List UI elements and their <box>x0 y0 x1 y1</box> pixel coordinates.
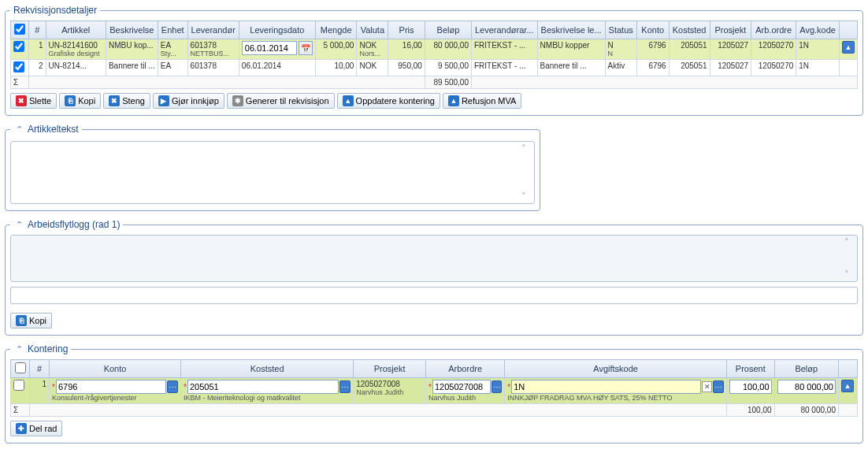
kopi-button[interactable]: ⎘Kopi <box>59 93 101 109</box>
col-leverandor[interactable]: Leverandør <box>187 21 239 39</box>
select-all-checkbox[interactable] <box>15 362 26 373</box>
col-beskrivelse-le[interactable]: Beskrivelse le... <box>537 21 605 39</box>
col-num[interactable]: # <box>30 360 50 378</box>
scroll-up-icon[interactable]: ˄ <box>844 237 855 247</box>
col-status[interactable]: Status <box>605 21 636 39</box>
rekv-toolbar: ✖Slette ⎘Kopi ✖Steng ▶Gjør innkjøp ✱Gene… <box>10 93 858 109</box>
col-arbordre[interactable]: Arbordre <box>426 360 505 378</box>
lookup-icon[interactable]: ⋯ <box>491 380 502 393</box>
kontering-row[interactable]: 1 *⋯ Konsulent-/rågivertjenester *⋯ IKBM… <box>11 378 858 404</box>
lookup-icon[interactable]: ⋯ <box>339 380 351 393</box>
col-arbordre[interactable]: Arb.ordre <box>751 21 796 39</box>
col-koststed[interactable]: Koststed <box>181 360 354 378</box>
slette-button[interactable]: ✖Slette <box>10 93 57 109</box>
row-checkbox[interactable] <box>13 41 24 52</box>
kontering-sum-row: Σ 100,00 80 000,00 <box>11 404 858 417</box>
logg-kopi-button[interactable]: ⎘Kopi <box>10 313 52 328</box>
rekvisisjonsdetaljer-panel: Rekvisisjonsdetaljer # Artikkel Beskrive… <box>5 5 863 116</box>
section-title: Arbeidsflytlogg (rad 1) <box>28 219 120 230</box>
scroll-down-icon[interactable]: ˅ <box>521 191 532 202</box>
table-row[interactable]: 1 UN-82141600Grafiske designt NMBU kop..… <box>11 39 858 60</box>
select-all-checkbox[interactable] <box>14 24 25 35</box>
cell-konto: 6796 <box>636 60 669 76</box>
col-leverandorar[interactable]: Leverandørar... <box>471 21 537 39</box>
section-title: Rekvisisjonsdetaljer <box>13 5 97 16</box>
cell-koststed: 205051 <box>669 39 710 60</box>
cell-leveringsdato: 06.01.2014 <box>239 60 315 76</box>
belop-input[interactable] <box>777 380 836 394</box>
generer-button[interactable]: ✱Generer til rekvisisjon <box>227 93 335 109</box>
prosjekt-value: 1205027008 <box>356 380 400 388</box>
col-valuta[interactable]: Valuta <box>357 21 388 39</box>
scroll-down-icon[interactable]: ˅ <box>844 269 855 280</box>
copy-icon: ⎘ <box>16 315 27 326</box>
scroll-up-icon[interactable]: ˄ <box>521 143 532 154</box>
col-avgkode[interactable]: Avg.kode <box>796 21 840 39</box>
prosjekt-desc: Narvhus Judith <box>356 388 423 396</box>
col-prosjekt[interactable]: Prosjekt <box>710 21 751 39</box>
arbordre-cell: *⋯ Narvhus Judith <box>426 378 505 404</box>
row-checkbox[interactable] <box>13 380 24 391</box>
log-viewer[interactable]: ˄˅ <box>10 235 858 282</box>
col-artikkel[interactable]: Artikkel <box>46 21 106 39</box>
col-belop[interactable]: Beløp <box>774 360 838 378</box>
arbordre-input[interactable] <box>432 380 491 394</box>
clear-icon[interactable]: ✕ <box>702 381 712 392</box>
lookup-icon[interactable]: ⋯ <box>167 380 178 393</box>
sum-belop: 80 000,00 <box>774 404 838 417</box>
col-leveringsdato[interactable]: Leveringsdato <box>239 21 315 39</box>
koststed-desc: IKBM - Meieriteknologi og matkvalitet <box>184 394 351 402</box>
arbordre-desc: Narvhus Judith <box>428 394 502 402</box>
update-icon: ▲ <box>343 95 354 106</box>
cell-beskrivelse-le: Bannere til ... <box>537 60 605 76</box>
prosjekt-cell: 1205027008 Narvhus Judith <box>354 378 426 404</box>
cell-status: NN <box>605 39 636 60</box>
konto-input[interactable] <box>56 380 166 394</box>
collapse-icon[interactable]: ⌃ <box>13 343 24 354</box>
col-enhet[interactable]: Enhet <box>158 21 187 39</box>
row-checkbox[interactable] <box>13 61 24 72</box>
delrad-button[interactable]: ✚Del rad <box>10 421 62 436</box>
cell-pris: 950,00 <box>388 60 425 76</box>
lookup-icon[interactable]: ⋯ <box>713 380 724 393</box>
prosent-input[interactable] <box>729 380 772 394</box>
col-mengde[interactable]: Mengde <box>315 21 357 39</box>
collapse-icon[interactable]: ⌃ <box>13 219 24 230</box>
cell-arbordre: 12050270 <box>751 39 796 60</box>
avgiftskode-input[interactable] <box>511 380 701 394</box>
col-konto[interactable]: Konto <box>636 21 669 39</box>
expand-icon[interactable]: ▲ <box>842 41 855 54</box>
required-icon: * <box>52 383 55 391</box>
col-konto[interactable]: Konto <box>50 360 181 378</box>
calendar-icon[interactable]: 📅 <box>299 41 313 55</box>
col-num[interactable]: # <box>29 21 46 39</box>
koststed-cell: *⋯ IKBM - Meieriteknologi og matkvalitet <box>181 378 354 404</box>
artikkeltekst-panel: ⌃Artikkeltekst ˄˅ <box>5 124 540 211</box>
oppdatere-button[interactable]: ▲Oppdatere kontering <box>337 93 440 109</box>
koststed-input[interactable] <box>187 380 339 394</box>
refusjon-button[interactable]: ▲Refusjon MVA <box>443 93 522 109</box>
steng-button[interactable]: ✖Steng <box>103 93 150 109</box>
kontering-panel: ⌃Kontering # Konto Koststed Prosjekt Arb… <box>5 343 863 443</box>
leveringsdato-input[interactable] <box>242 41 297 55</box>
col-beskrivelse[interactable]: Beskrivelse <box>106 21 158 39</box>
col-prosent[interactable]: Prosent <box>727 360 775 378</box>
col-prosjekt[interactable]: Prosjekt <box>354 360 426 378</box>
sum-prosent: 100,00 <box>727 404 775 417</box>
artikkeltekst-textarea[interactable]: ˄˅ <box>10 141 535 204</box>
section-title: Artikkeltekst <box>28 124 79 135</box>
col-pris[interactable]: Pris <box>388 21 425 39</box>
table-row[interactable]: 2 UN-8214... Bannere til ... EA 601378 0… <box>11 60 858 76</box>
col-koststed[interactable]: Koststed <box>669 21 710 39</box>
avgiftskode-cell: *✕⋯ INNKJØP FRADRAG MVA HØY SATS, 25% NE… <box>505 378 727 404</box>
collapse-icon[interactable]: ⌃ <box>13 124 24 135</box>
col-belop[interactable]: Beløp <box>425 21 471 39</box>
cell-leveringsdato[interactable]: 📅 <box>239 39 315 60</box>
gjor-innkjop-button[interactable]: ▶Gjør innkjøp <box>153 93 224 109</box>
row-num: 2 <box>29 60 46 76</box>
expand-icon[interactable]: ▲ <box>841 380 854 392</box>
sum-row: Σ 89 500,00 <box>11 76 858 89</box>
log-input[interactable] <box>10 287 858 304</box>
col-avgiftskode[interactable]: Avgiftskode <box>505 360 727 378</box>
konto-cell: *⋯ Konsulent-/rågivertjenester <box>50 378 181 404</box>
